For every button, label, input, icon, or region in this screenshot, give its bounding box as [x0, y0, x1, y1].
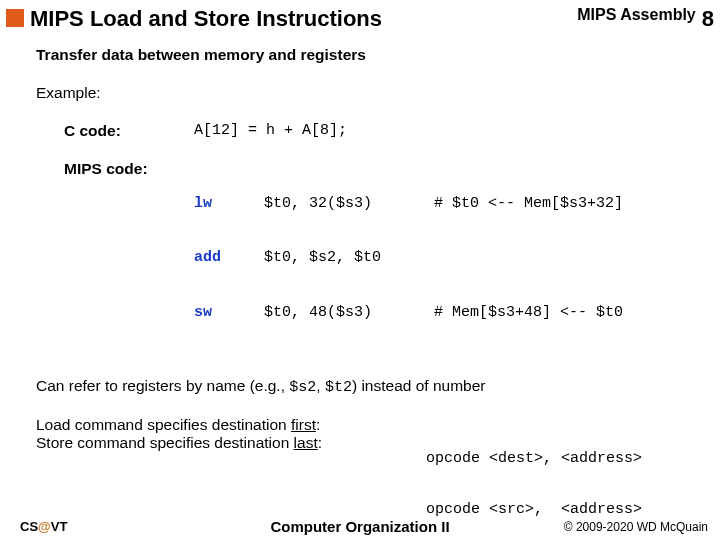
text: ) instead of number: [352, 377, 486, 394]
load-line: Load command specifies destination first…: [36, 416, 426, 434]
opcode-pattern: opcode <dest>, <address>: [426, 450, 642, 467]
opcode-pattern: opcode <src>, <address>: [426, 501, 642, 518]
asm-op: add: [194, 248, 264, 268]
text: ,: [316, 377, 325, 394]
footer-center: Computer Organization II: [270, 518, 449, 535]
example-label: Example:: [36, 84, 690, 102]
intro-text: Transfer data between memory and registe…: [36, 46, 690, 64]
at-icon: @: [38, 519, 51, 534]
mips-code-label: MIPS code:: [64, 160, 194, 178]
refer-line: Can refer to registers by name (e.g., $s…: [36, 377, 690, 396]
slide: MIPS Load and Store Instructions MIPS As…: [0, 0, 720, 540]
slide-title: MIPS Load and Store Instructions: [30, 6, 577, 32]
text: Can refer to registers by name (e.g.,: [36, 377, 289, 394]
footer: CS@VT Computer Organization II © 2009-20…: [0, 519, 720, 534]
header-bullet-icon: [6, 9, 24, 27]
text: CS: [20, 519, 38, 534]
asm-comment: # $t0 <-- Mem[$s3+32]: [434, 194, 623, 214]
asm-op: sw: [194, 303, 264, 323]
slide-body: Transfer data between memory and registe…: [6, 46, 714, 540]
text: :: [318, 434, 322, 451]
text: :: [316, 416, 320, 433]
reg-name: $s2: [289, 379, 316, 396]
page-number: 8: [702, 6, 714, 32]
text: Load command specifies destination: [36, 416, 291, 433]
c-code: A[12] = h + A[8];: [194, 122, 347, 139]
store-line: Store command specifies destination last…: [36, 434, 426, 452]
text: Store command specifies destination: [36, 434, 294, 451]
header: MIPS Load and Store Instructions MIPS As…: [6, 6, 714, 32]
footer-right: © 2009-2020 WD McQuain: [564, 520, 708, 534]
asm-block: lw add sw $t0, 32($s3) $t0, $s2, $t0 $t0…: [194, 160, 623, 357]
asm-args: $t0, 48($s3): [264, 303, 434, 323]
footer-left: CS@VT: [20, 519, 67, 534]
underline-word: last: [294, 434, 318, 451]
c-code-label: C code:: [64, 122, 194, 140]
asm-op: lw: [194, 194, 264, 214]
reg-name: $t2: [325, 379, 352, 396]
course-name: MIPS Assembly: [577, 6, 696, 24]
text: VT: [51, 519, 68, 534]
asm-args: $t0, 32($s3): [264, 194, 434, 214]
underline-word: first: [291, 416, 316, 433]
asm-args: $t0, $s2, $t0: [264, 248, 434, 268]
asm-comment: # Mem[$s3+48] <-- $t0: [434, 303, 623, 323]
